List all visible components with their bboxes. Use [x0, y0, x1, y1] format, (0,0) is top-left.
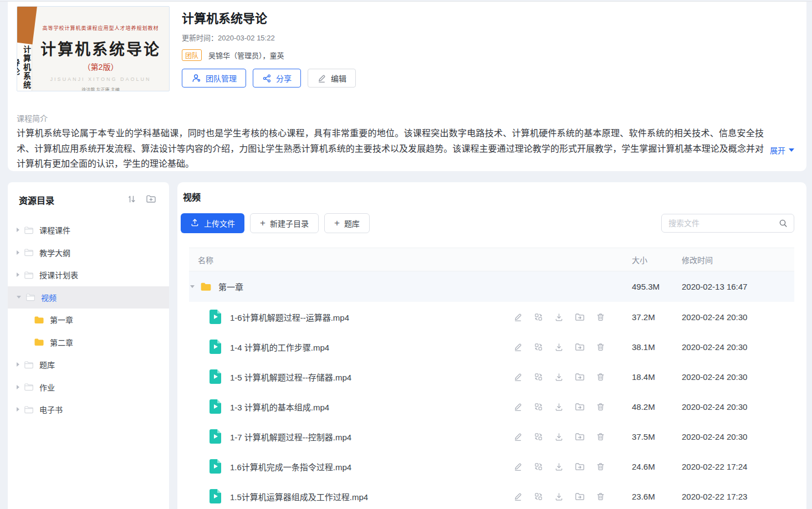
- sidebar-item-5[interactable]: 第二章: [8, 331, 169, 354]
- sidebar-item-2[interactable]: 授课计划表: [8, 264, 169, 286]
- file-name[interactable]: 1-3 计算机的基本组成.mp4: [230, 401, 329, 413]
- folder-table-row[interactable]: 第一章 495.3M 2020-02-13 16:47: [189, 271, 794, 302]
- download-icon[interactable]: [554, 492, 564, 501]
- rename-icon[interactable]: [513, 312, 523, 322]
- sidebar-item-0[interactable]: 课程课件: [8, 219, 169, 241]
- transcode-icon[interactable]: [534, 492, 543, 501]
- transcode-icon[interactable]: [534, 312, 543, 322]
- sidebar-item-label: 题库: [39, 359, 55, 370]
- sort-icon[interactable]: [126, 194, 137, 207]
- download-icon[interactable]: [554, 342, 564, 352]
- file-name[interactable]: 1-5 计算机解题过程--存储器.mp4: [230, 371, 351, 383]
- folder-icon: [34, 337, 44, 347]
- sidebar-item-6[interactable]: 题库: [8, 353, 169, 376]
- tree-caret-icon[interactable]: [17, 296, 21, 299]
- tree-caret-icon[interactable]: [17, 228, 19, 232]
- file-table-row[interactable]: 1-5 计算机解题过程--存储器.mp4 18.4M 2: [189, 362, 794, 392]
- file-name[interactable]: 1.5计算机运算器组成及工作过程.mp4: [230, 491, 368, 502]
- download-icon[interactable]: [554, 432, 564, 441]
- book-spine: 计算机系统导论: [17, 7, 32, 91]
- rename-icon[interactable]: [513, 402, 523, 412]
- transcode-icon[interactable]: [534, 402, 543, 412]
- transcode-icon[interactable]: [534, 342, 543, 352]
- sidebar-item-1[interactable]: 教学大纲: [8, 241, 169, 264]
- move-to-folder-icon[interactable]: [575, 402, 585, 412]
- file-modified: 2020-02-24 20:30: [682, 432, 794, 441]
- download-icon[interactable]: [554, 462, 564, 471]
- file-table-row[interactable]: 1.6计算机完成一条指令过程.mp4 24.6M 202: [189, 451, 794, 481]
- tree-caret-icon[interactable]: [17, 362, 19, 367]
- rename-icon[interactable]: [513, 492, 523, 501]
- share-button[interactable]: 分享: [253, 69, 301, 88]
- delete-icon[interactable]: [596, 312, 605, 322]
- file-name[interactable]: 1-4 计算机的工作步骤.mp4: [230, 341, 329, 353]
- upload-icon: [190, 218, 200, 229]
- sidebar-item-8[interactable]: 电子书: [8, 398, 169, 421]
- upload-file-button[interactable]: 上传文件: [181, 213, 244, 233]
- rename-icon[interactable]: [513, 372, 523, 382]
- rename-icon[interactable]: [513, 432, 523, 441]
- rename-icon[interactable]: [513, 342, 523, 352]
- sidebar-item-7[interactable]: 作业: [8, 376, 169, 399]
- file-name[interactable]: 1.6计算机完成一条指令过程.mp4: [230, 461, 351, 472]
- course-header-card: 计算机系统导论 高等学校计算机类课程应用型人才培养规划教材 计算机系统导论 （第…: [8, 2, 806, 171]
- file-table-row[interactable]: 1-7 计算机解题过程--控制器.mp4 37.5M 2: [189, 421, 794, 451]
- edit-label: 编辑: [331, 73, 346, 84]
- folder-icon: [24, 225, 34, 235]
- sidebar-item-3[interactable]: 视频: [8, 286, 169, 309]
- move-to-folder-icon[interactable]: [575, 492, 585, 501]
- delete-icon[interactable]: [596, 462, 605, 471]
- download-icon[interactable]: [554, 402, 564, 412]
- delete-icon[interactable]: [596, 402, 605, 412]
- move-to-folder-icon[interactable]: [575, 342, 585, 352]
- add-folder-icon[interactable]: [146, 193, 157, 207]
- file-table-row[interactable]: 1-3 计算机的基本组成.mp4 48.2M 2020-: [189, 392, 794, 421]
- tree-caret-icon[interactable]: [17, 385, 19, 389]
- file-name[interactable]: 1-7 计算机解题过程--控制器.mp4: [230, 431, 351, 443]
- file-rows: 1-6计算机解题过程--运算器.mp4 37.2M 20: [189, 302, 794, 509]
- video-file-icon: [210, 459, 221, 474]
- file-table-row[interactable]: 1-4 计算机的工作步骤.mp4 38.1M 2020-: [189, 332, 794, 362]
- team-manage-button[interactable]: 团队管理: [182, 69, 246, 88]
- folder-icon: [24, 382, 34, 392]
- new-subfolder-button[interactable]: + 新建子目录: [250, 213, 319, 233]
- video-file-icon: [210, 369, 221, 384]
- column-header-size: 大小: [632, 254, 682, 265]
- delete-icon[interactable]: [596, 342, 605, 352]
- delete-icon[interactable]: [596, 432, 605, 441]
- question-bank-button[interactable]: + 题库: [324, 213, 370, 233]
- team-badge: 团队: [182, 49, 202, 61]
- transcode-icon[interactable]: [534, 462, 543, 471]
- chevron-down-icon[interactable]: [190, 285, 195, 288]
- edit-button[interactable]: 编辑: [308, 69, 356, 88]
- tree-caret-icon[interactable]: [17, 273, 19, 277]
- file-name[interactable]: 1-6计算机解题过程--运算器.mp4: [230, 311, 349, 323]
- transcode-icon[interactable]: [534, 432, 543, 441]
- file-modified: 2020-02-24 20:30: [682, 372, 794, 382]
- file-table-row[interactable]: 1-6计算机解题过程--运算器.mp4 37.2M 20: [189, 302, 794, 332]
- search-input[interactable]: [661, 214, 794, 233]
- delete-icon[interactable]: [596, 492, 605, 501]
- expand-link[interactable]: 展开: [770, 145, 794, 156]
- tree-caret-icon[interactable]: [17, 407, 19, 412]
- rename-icon[interactable]: [513, 462, 523, 471]
- file-modified: 2020-02-24 20:30: [682, 402, 794, 412]
- resource-tree: 课程课件 教学大纲 授课计划表 视频 第一章: [8, 219, 169, 421]
- sidebar-item-4[interactable]: 第一章: [8, 309, 169, 331]
- delete-icon[interactable]: [596, 372, 605, 382]
- book-edition-text: （第2版）: [32, 61, 169, 72]
- tree-caret-icon[interactable]: [17, 250, 19, 255]
- search-icon[interactable]: [778, 218, 788, 230]
- transcode-icon[interactable]: [534, 372, 543, 382]
- move-to-folder-icon[interactable]: [575, 432, 585, 441]
- move-to-folder-icon[interactable]: [575, 372, 585, 382]
- download-icon[interactable]: [554, 312, 564, 322]
- book-series-text: 高等学校计算机类课程应用型人才培养规划教材: [32, 24, 169, 32]
- download-icon[interactable]: [554, 372, 564, 382]
- row-actions: [513, 432, 605, 441]
- update-time-row: 更新时间：2020-03-02 15:22: [182, 32, 356, 43]
- move-to-folder-icon[interactable]: [575, 312, 585, 322]
- file-table-row[interactable]: 1.5计算机运算器组成及工作过程.mp4 23.6M 2: [189, 481, 794, 509]
- move-to-folder-icon[interactable]: [575, 462, 585, 471]
- file-modified: 2020-02-22 17:24: [682, 462, 794, 471]
